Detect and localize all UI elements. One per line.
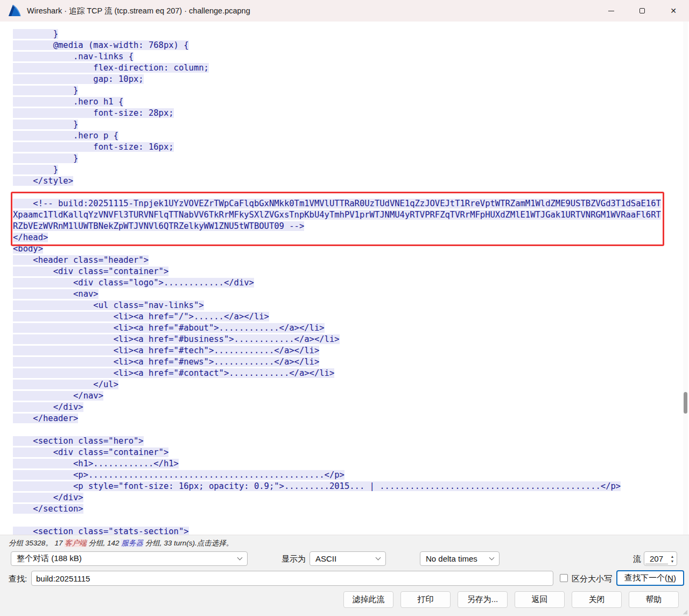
vertical-scrollbar[interactable] — [683, 22, 688, 535]
help-button[interactable]: 帮助 — [629, 591, 679, 608]
find-next-accesskey: N — [667, 573, 673, 583]
stream-line: } — [13, 153, 681, 164]
delta-times-value: No delta times — [426, 554, 477, 563]
stream-line-text: </ul> — [13, 380, 118, 389]
dialog-buttons: 滤掉此流打印另存为...返回关闭帮助 — [343, 591, 679, 608]
find-input[interactable] — [31, 571, 553, 586]
stream-line-text: <p>.....................................… — [13, 470, 344, 480]
filter-out-stream-button[interactable]: 滤掉此流 — [343, 591, 393, 608]
hint-text: 分组, — [143, 539, 164, 547]
window-title: Wireshark · 追踪 TCP 流 (tcp.stream eq 207)… — [27, 6, 250, 16]
stream-line-text: <section class="hero"> — [13, 436, 144, 446]
stream-line: <body> — [13, 243, 681, 255]
window-close-button[interactable]: ✕ — [658, 0, 689, 22]
minimize-icon — [608, 11, 614, 11]
stream-line: <li><a href="#business">............</a>… — [13, 334, 681, 345]
hint-text: 17 — [55, 539, 65, 547]
stream-line: .nav-links { — [13, 51, 681, 62]
stream-line-text: <p style="font-size: 16px; opacity: 0.9;… — [13, 481, 621, 491]
stream-line-text: <div class="logo">............</div> — [13, 278, 254, 288]
dialog-footer: 分组 35328。 17 客户端 分组, 142 服务器 分组, 33 turn… — [0, 535, 689, 616]
stream-line: RZbVEzWVRnM1lUWTBNekZpWTJVNVl6QTRZelkyWW… — [13, 221, 681, 232]
stream-line: <section class="stats-section"> — [13, 526, 681, 535]
close-stream-button[interactable]: 关闭 — [572, 591, 622, 608]
stream-line-text: <li><a href="#news">............</a></li… — [13, 357, 319, 367]
stream-line-text: .nav-links { — [13, 52, 133, 61]
hint-text: 分组 35328。 — [9, 539, 55, 547]
stream-line: <h1>............</h1> — [13, 458, 681, 470]
stream-text: } @media (max-width: 768px) { .nav-links… — [0, 22, 681, 535]
stream-line-text: @media (max-width: 768px) { — [13, 40, 189, 50]
stream-line-text: .hero p { — [13, 131, 118, 141]
stream-line: </head> — [13, 232, 681, 243]
stream-line-text: </head> — [13, 233, 48, 242]
stream-line-text: </header> — [13, 414, 78, 423]
hint-text: 分组, — [87, 539, 107, 547]
stream-line — [13, 515, 681, 526]
stream-line-text: <li><a href="#tech">............</a></li… — [13, 346, 319, 355]
stream-line: <li><a href="/">......</a></li> — [13, 311, 681, 323]
stream-line-text: <li><a href="#business">............</a>… — [13, 334, 340, 344]
stream-line: </section> — [13, 503, 681, 515]
stream-line: </nav> — [13, 390, 681, 402]
stream-number-spinner[interactable]: 207 ▲▼ — [644, 551, 677, 566]
spinner-arrows-icon[interactable]: ▲▼ — [668, 552, 677, 565]
stream-line-text: </div> — [13, 402, 83, 412]
stream-line: <nav> — [13, 289, 681, 300]
stream-line: @media (max-width: 768px) { — [13, 40, 681, 51]
hint-client-label: 客户端 — [65, 539, 87, 547]
stream-line-text: <div class="container"> — [13, 447, 168, 457]
show-as-value: ASCII — [315, 554, 336, 563]
scrollbar-thumb[interactable] — [684, 392, 687, 414]
stream-line-text: </nav> — [13, 391, 103, 401]
find-next-label: 查找下一个( — [624, 573, 667, 583]
hint-text: 33 turn(s).点击选择。 — [164, 539, 233, 547]
show-as-select[interactable]: ASCII — [310, 551, 386, 566]
stream-line-text: </div> — [13, 493, 83, 502]
case-sensitive-checkbox[interactable] — [560, 574, 568, 582]
delta-times-select[interactable]: No delta times — [420, 551, 500, 566]
stream-line-text: } — [13, 153, 78, 163]
stream-line: </header> — [13, 413, 681, 424]
conversation-range-value: 整个对话 (188 kB) — [17, 554, 82, 564]
back-button[interactable]: 返回 — [515, 591, 565, 608]
save-as-button[interactable]: 另存为... — [458, 591, 508, 608]
stream-line — [13, 187, 681, 198]
title-bar: Wireshark · 追踪 TCP 流 (tcp.stream eq 207)… — [0, 0, 689, 22]
stream-line-text: <li><a href="#contact">............</a><… — [13, 368, 334, 378]
stream-line: .hero h1 { — [13, 96, 681, 108]
stream-line-text: <li><a href="/">......</a></li> — [13, 312, 269, 321]
print-button[interactable]: 打印 — [400, 591, 451, 608]
maximize-icon — [639, 8, 645, 13]
stream-line: } — [13, 164, 681, 176]
stream-line-text: .hero h1 { — [13, 97, 123, 107]
minimize-button[interactable] — [595, 0, 627, 22]
stream-line: font-size: 16px; — [13, 142, 681, 153]
stream-line: } — [13, 85, 681, 96]
stream-line: .hero p { — [13, 130, 681, 142]
stream-line: </style> — [13, 176, 681, 187]
stream-line-text: } — [13, 86, 78, 95]
stream-line-text: <!-- build:20251115-Tnpjek1UYzVOVEZrTWpC… — [13, 199, 661, 208]
stream-line: <!-- build:20251115-Tnpjek1UYzVOVEZrTWpC… — [13, 198, 681, 209]
stream-line-text: <div class="container"> — [13, 267, 168, 276]
stream-line: Xpaamc1TldKallqYzVNVFl3TURVNFlqTTNabVV6T… — [13, 209, 681, 221]
maximize-button[interactable] — [627, 0, 658, 22]
find-next-button[interactable]: 查找下一个(N) — [616, 570, 684, 586]
stream-line-text: } — [13, 29, 58, 39]
stream-line-text: } — [13, 120, 78, 129]
conversation-range-select[interactable]: 整个对话 (188 kB) — [11, 551, 248, 566]
resize-grip[interactable] — [683, 610, 687, 614]
stream-label: 流 — [633, 554, 641, 564]
stream-line: </div> — [13, 492, 681, 503]
stream-line-text: <body> — [13, 244, 43, 254]
hint-server-label: 服务器 — [121, 539, 143, 547]
stream-line: <header class="header"> — [13, 255, 681, 266]
stream-line: flex-direction: column; — [13, 62, 681, 74]
window-controls: ✕ — [595, 0, 689, 22]
find-next-label-suffix: ) — [673, 573, 676, 583]
stream-line-text: } — [13, 165, 58, 174]
stream-line: <li><a href="#news">............</a></li… — [13, 356, 681, 368]
stream-line: <div class="container"> — [13, 266, 681, 277]
stream-line-text: <ul class="nav-links"> — [13, 300, 204, 310]
